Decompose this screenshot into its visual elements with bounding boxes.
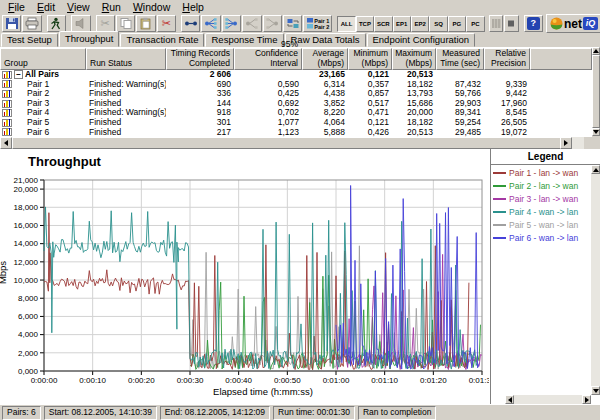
menu-run[interactable]: Run: [96, 1, 127, 14]
fan-in-icon: [224, 17, 238, 30]
edit-pair-button[interactable]: [242, 15, 261, 32]
add-multicast-group-button[interactable]: [201, 15, 220, 32]
swap-pair-order-button[interactable]: Pair 1Pair 2: [303, 15, 332, 32]
group-name: Pair 4: [27, 108, 49, 118]
scroll-up-button[interactable]: [591, 165, 600, 174]
menu-file[interactable]: File: [2, 1, 31, 14]
scroll-up-button[interactable]: [592, 47, 600, 55]
menu-edit[interactable]: Edit: [31, 1, 61, 14]
legend-item-pair-2[interactable]: Pair 2 - lan -> wan: [493, 179, 589, 192]
paste-icon: [139, 17, 153, 30]
save-button[interactable]: [2, 15, 21, 32]
legend-label: Pair 1 - lan -> wan: [509, 168, 578, 178]
confidence-cell: 0,425: [234, 89, 302, 99]
legend-item-pair-1[interactable]: Pair 1 - lan -> wan: [493, 166, 589, 179]
swap-endpoints-button[interactable]: [283, 15, 302, 32]
y-tick-label: 10,000: [14, 276, 39, 285]
arrow-down-icon: [593, 389, 599, 393]
scroll-down-button[interactable]: [591, 386, 600, 395]
menu-view[interactable]: View: [61, 1, 96, 14]
filter-sq-button[interactable]: SQ: [429, 16, 447, 32]
legend-item-pair-6[interactable]: Pair 6 - wan -> lan: [493, 231, 589, 244]
legend-item-pair-4[interactable]: Pair 4 - wan -> lan: [493, 205, 589, 218]
precision-cell: [484, 70, 530, 80]
help-button[interactable]: ?: [524, 15, 543, 32]
filter-ep1-button[interactable]: EP1: [393, 16, 411, 32]
stop-run-button[interactable]: [504, 15, 519, 32]
scroll-right-button[interactable]: [582, 395, 591, 404]
header-average[interactable]: Average (Mbps): [302, 48, 348, 70]
add-pair-button[interactable]: [181, 15, 200, 32]
tab-throughput[interactable]: Throughput: [59, 31, 120, 47]
filter-pc-button[interactable]: PC: [466, 16, 484, 32]
header-group[interactable]: Group: [0, 48, 86, 70]
copy-icon: [119, 17, 133, 30]
legend-item-pair-3[interactable]: Pair 3 - lan -> wan: [493, 192, 589, 205]
print-button[interactable]: [22, 15, 41, 32]
table-row-pair-2[interactable]: Pair 2 Finished 336 0,425 4,438 0,857 13…: [0, 89, 592, 99]
filter-tcp-button[interactable]: TCP: [356, 16, 374, 32]
add-fan-in-button[interactable]: [222, 15, 241, 32]
timing-records-cell: 301: [166, 118, 234, 128]
header-confidence-interval[interactable]: 95% Confidence Interval: [234, 48, 302, 70]
maximum-cell: 18,182: [392, 80, 436, 90]
filter-all-button[interactable]: ALL: [337, 16, 355, 32]
table-row-pair-3[interactable]: Pair 3 Finished 144 0,692 3,852 0,517 15…: [0, 99, 592, 109]
scroll-thumb[interactable]: [592, 55, 600, 128]
filter-ep2-button[interactable]: EP2: [411, 16, 429, 32]
tab-transaction-rate[interactable]: Transaction Rate: [120, 33, 204, 47]
scroll-thumb[interactable]: [12, 137, 570, 149]
x-tick-label: 0:00:20: [128, 376, 155, 385]
header-measured-time[interactable]: Measured Time (sec): [436, 48, 484, 70]
menu-window[interactable]: Window: [127, 1, 176, 14]
paste-button[interactable]: [136, 15, 155, 32]
cut-button[interactable]: ✂: [96, 15, 115, 32]
table-row-pair-5[interactable]: Pair 5 Finished 301 1,077 4,064 0,121 18…: [0, 118, 592, 128]
run-test-button[interactable]: [47, 15, 66, 32]
table-row-pair-4[interactable]: Pair 4 Finished: Warning(s) 918 0,702 8,…: [0, 108, 592, 118]
table-row-all-pairs[interactable]: −All Pairs 2 606 23,165 0,121 20,513: [0, 70, 592, 80]
measured-time-cell: 89,341: [436, 108, 484, 118]
y-tick-label: 14,000: [14, 239, 39, 248]
menu-bar: File Edit View Run Window Help: [0, 0, 600, 15]
header-minimum[interactable]: Minimum (Mbps): [348, 48, 392, 70]
y-tick-label: 0,000: [18, 367, 39, 376]
columns-button[interactable]: [489, 15, 504, 32]
x-tick-label: 0:00:30: [177, 376, 204, 385]
measured-time-cell: 29,485: [436, 128, 484, 138]
pairs-icon: [306, 17, 314, 30]
scroll-left-button[interactable]: [505, 395, 514, 404]
clear-button[interactable]: ✂: [157, 15, 176, 32]
legend-horizontal-scrollbar[interactable]: [505, 395, 591, 404]
x-tick-label: 0:00:10: [79, 376, 106, 385]
collapse-expander[interactable]: −: [14, 70, 23, 79]
tab-test-setup[interactable]: Test Setup: [1, 33, 58, 47]
filter-pg-button[interactable]: PG: [448, 16, 466, 32]
legend-label: Pair 6 - wan -> lan: [509, 233, 578, 243]
scroll-down-button[interactable]: [592, 128, 600, 136]
stop-button[interactable]: [71, 15, 90, 32]
table-vertical-scrollbar[interactable]: [592, 47, 600, 136]
legend-vertical-scrollbar[interactable]: [591, 165, 600, 395]
table-horizontal-scrollbar[interactable]: [0, 137, 600, 149]
header-run-status[interactable]: Run Status: [86, 48, 166, 70]
arrow-right-icon: [564, 140, 568, 146]
header-maximum[interactable]: Maximum (Mbps): [392, 48, 436, 70]
scroll-left-button[interactable]: [0, 137, 12, 149]
copy-button[interactable]: [116, 15, 135, 32]
legend-panel: Legend Pair 1 - lan -> wan Pair 2 - lan …: [490, 149, 600, 404]
filter-scr-button[interactable]: SCR: [374, 16, 392, 32]
tab-endpoint-configuration[interactable]: Endpoint Configuration: [367, 33, 476, 47]
header-timing-records[interactable]: Timing Records Completed: [166, 48, 234, 70]
legend-item-pair-5[interactable]: Pair 5 - wan -> lan: [493, 218, 589, 231]
minimum-cell: 0,121: [348, 70, 392, 80]
pair-chart-icon: [2, 90, 12, 98]
replicate-pair-button[interactable]: [263, 15, 282, 32]
menu-help[interactable]: Help: [176, 1, 210, 14]
fan-out-gray-icon: [245, 17, 259, 30]
table-row-pair-1[interactable]: Pair 1 Finished: Warning(s) 690 0,590 6,…: [0, 80, 592, 90]
table-row-pair-6[interactable]: Pair 6 Finished 217 1,123 5,888 0,426 20…: [0, 128, 592, 138]
maximum-cell: 20,000: [392, 108, 436, 118]
scroll-right-button[interactable]: [560, 137, 572, 149]
header-relative-precision[interactable]: Relative Precision: [484, 48, 530, 70]
